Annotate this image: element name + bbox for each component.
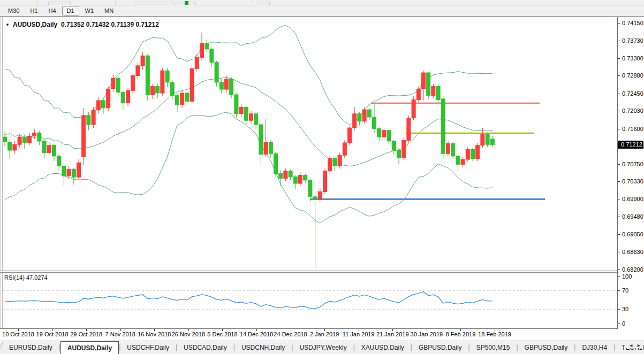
candle-body: [176, 96, 179, 105]
candle-body: [47, 145, 51, 153]
candle-body: [126, 90, 130, 103]
price-tick: [618, 217, 620, 217]
price-tick: [618, 58, 620, 59]
candle-body: [200, 43, 204, 57]
candle-body: [274, 153, 278, 173]
candle-body: [239, 107, 243, 113]
candle-body: [422, 73, 426, 89]
candle-body: [427, 73, 430, 96]
symbol-dropdown-icon[interactable]: ▼: [5, 22, 10, 27]
candle-body: [67, 170, 71, 176]
timeframe-button-h1[interactable]: H1: [25, 6, 42, 16]
candle-body: [42, 141, 46, 153]
candle-body: [373, 117, 376, 129]
candle-body: [471, 149, 475, 158]
candle-body: [18, 137, 21, 144]
candle-body: [318, 192, 322, 199]
candle-body: [392, 141, 396, 150]
candle-body: [57, 156, 61, 166]
timeframe-button-d1[interactable]: D1: [62, 6, 79, 16]
candle-body: [461, 159, 465, 164]
tab-scroll-right-icon[interactable]: ►: [637, 343, 641, 348]
candle-body: [87, 116, 90, 125]
candle-body: [102, 101, 105, 108]
toolbar-separator: [252, 1, 252, 5]
candle-body: [136, 66, 140, 76]
chart-tab-usdchf-daily[interactable]: USDCHF,Daily: [120, 341, 176, 354]
candle-body: [446, 144, 450, 154]
candle-body: [456, 156, 460, 165]
chart-window: ▼AUDUSD,Daily 0.71352 0.71432 0.71139 0.…: [0, 17, 644, 341]
chart-title: ▼AUDUSD,Daily 0.71352 0.71432 0.71139 0.…: [5, 21, 159, 28]
chart-tab-eurusd-daily[interactable]: EURUSD,Daily: [3, 341, 59, 354]
price-tick: [618, 234, 620, 235]
tab-scroll-left-icon[interactable]: ◄: [628, 343, 633, 348]
candle-body: [244, 107, 248, 120]
rsi-canvas[interactable]: [3, 273, 617, 326]
candle-body: [82, 116, 86, 157]
timeframe-toolbar: M30H1H4D1W1MN: [0, 5, 644, 17]
price-axis[interactable]: 0.741500.737300.733000.728800.724500.720…: [617, 17, 644, 329]
candle-body: [259, 125, 263, 155]
price-tick-label: 0.70750: [622, 161, 643, 167]
price-tick-label: 0.71600: [622, 126, 643, 132]
candle-body: [225, 79, 229, 89]
price-tick-label: 0.72880: [622, 72, 643, 79]
candle-body: [92, 110, 95, 125]
candle-body: [195, 57, 199, 68]
toolbar-separator: [37, 1, 38, 5]
candle-body: [215, 63, 218, 82]
candle-body: [407, 118, 411, 141]
candle-body: [156, 87, 160, 93]
toolbar-separator: [115, 1, 116, 5]
timeframe-button-w1[interactable]: W1: [80, 6, 99, 16]
price-tick-label: 0.73730: [622, 37, 643, 44]
rsi-tick: [618, 290, 620, 291]
rsi-tick: [618, 324, 620, 324]
price-tick-label: 0.68200: [622, 266, 643, 273]
candlesticks: [3, 33, 494, 267]
chart-tab-usdjpy-weekly[interactable]: USDJPY,Weekly: [293, 341, 353, 354]
current-price-badge: 0.71212: [618, 141, 643, 149]
candle-body: [22, 137, 26, 143]
price-tick: [618, 270, 620, 270]
candle-body: [131, 75, 135, 90]
candle-body: [308, 180, 312, 197]
price-tick-label: 0.72030: [622, 107, 643, 114]
price-tick: [618, 252, 620, 252]
chart-tab-gbpusd-daily[interactable]: GBPUSD,Daily: [412, 341, 468, 354]
candle-body: [323, 171, 327, 192]
chart-tab-usdcnh-daily[interactable]: USDCNH,Daily: [235, 341, 291, 354]
price-tick-label: 0.72450: [622, 90, 643, 97]
chart-tab-gbpusd-daily[interactable]: GBPUSD,Daily: [518, 341, 574, 354]
timeframe-button-mn[interactable]: MN: [100, 6, 118, 16]
candle-body: [490, 139, 494, 145]
date-tick-label: 18 Feb 2019: [471, 331, 519, 337]
candle-body: [28, 136, 32, 143]
clipped-top-toolbar: [0, 0, 644, 5]
candle-body: [441, 99, 445, 153]
price-tick-label: 0.69050: [622, 231, 643, 237]
window-edge: [2, 17, 3, 341]
chart-tab-audusd-daily[interactable]: AUDUSD,Daily: [60, 341, 119, 354]
chart-tab-usdcad-daily[interactable]: USDCAD,Daily: [177, 341, 233, 354]
tab-scroll-arrows: ◄►: [625, 343, 643, 348]
timeframe-button-m30[interactable]: M30: [3, 6, 24, 16]
timeframe-button-h4[interactable]: H4: [43, 6, 60, 16]
candle-body: [121, 92, 125, 103]
candle-body: [111, 78, 115, 89]
main-chart-canvas[interactable]: [3, 18, 617, 271]
candle-body: [165, 71, 169, 82]
date-axis[interactable]: 10 Oct 201819 Oct 201829 Oct 20187 Nov 2…: [0, 329, 617, 341]
chart-tab-sp500-m15[interactable]: SP500,M15: [470, 341, 517, 354]
chart-tab-xauusd-daily[interactable]: XAUUSD,Daily: [355, 341, 411, 354]
candle-body: [358, 114, 361, 121]
candle-body: [210, 49, 214, 63]
price-tick: [618, 94, 620, 94]
candle-body: [3, 137, 7, 142]
candle-body: [234, 95, 238, 114]
chart-tab-dj30-h4[interactable]: DJ30,H4: [575, 341, 613, 354]
candle-body: [37, 133, 41, 141]
price-tick-label: 0.69480: [622, 213, 643, 220]
candle-body: [151, 87, 155, 95]
